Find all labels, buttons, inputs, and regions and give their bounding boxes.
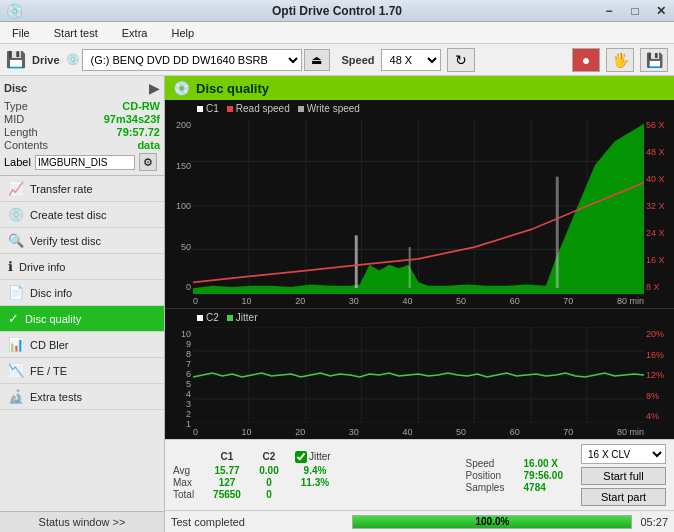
progress-text: 100.0%	[353, 516, 631, 528]
c1-y-axis-left: 200 150 100 50 0	[165, 118, 193, 294]
jitter-checkbox[interactable]	[295, 451, 307, 463]
max-c1-val: 127	[207, 477, 247, 488]
app-icon: 💿	[6, 3, 23, 19]
save-button[interactable]: 💾	[640, 48, 668, 72]
stats-bar: C1 C2 Jitter Avg 15.77 0.00 9.4% Max 127	[165, 439, 674, 510]
c2-chart: 10 9 8 7 6 5 4 3 2 1 20% 16% 12% 8%	[165, 309, 674, 439]
position-label: Position	[466, 470, 518, 481]
sidebar-item-transfer-rate[interactable]: 📈 Transfer rate	[0, 176, 164, 202]
chart-header: 💿 Disc quality	[165, 76, 674, 100]
total-row-label: Total	[173, 489, 203, 500]
disc-info-icon: 📄	[8, 285, 24, 300]
max-c2-val: 0	[251, 477, 287, 488]
c1-x-axis: 0 10 20 30 40 50 60 70 80 min	[193, 296, 644, 306]
c2-x-axis: 0 10 20 30 40 50 60 70 80 min	[193, 427, 644, 437]
sidebar-item-extra-tests[interactable]: 🔬 Extra tests	[0, 384, 164, 410]
c2-y-axis-right: 20% 16% 12% 8% 4%	[644, 327, 674, 423]
nav-label-transfer-rate: Transfer rate	[30, 183, 93, 195]
speed-dropdown[interactable]: 48 X	[381, 49, 441, 71]
maximize-button[interactable]: □	[622, 0, 648, 22]
nav-label-verify-test-disc: Verify test disc	[30, 235, 101, 247]
read-speed-dot	[227, 106, 233, 112]
drive-icon: 💾	[6, 50, 26, 69]
clv-speed-dropdown[interactable]: 16 X CLV	[581, 444, 666, 464]
c1-chart: 200 150 100 50 0 56 X 48 X 40 X 32 X 24 …	[165, 100, 674, 309]
start-part-button[interactable]: Start part	[581, 488, 666, 506]
sidebar-item-verify-test-disc[interactable]: 🔍 Verify test disc	[0, 228, 164, 254]
nav-label-fe-te: FE / TE	[30, 365, 67, 377]
progress-bar: 100.0%	[352, 515, 632, 529]
statusbar: Test completed 100.0% 05:27	[165, 510, 674, 532]
nav-label-disc-quality: Disc quality	[25, 313, 81, 325]
drive-label: Drive	[32, 54, 60, 66]
titlebar: 💿 Opti Drive Control 1.70 − □ ✕	[0, 0, 674, 22]
speed-label: Speed	[342, 54, 375, 66]
right-controls: 16 X CLV Start full Start part	[581, 444, 666, 506]
length-value: 79:57.72	[117, 126, 160, 138]
verify-test-disc-icon: 🔍	[8, 233, 24, 248]
speed-info: Speed 16.00 X Position 79:56.00 Samples …	[466, 458, 563, 493]
mid-value: 97m34s23f	[104, 113, 160, 125]
c1-y-axis-right: 56 X 48 X 40 X 32 X 24 X 16 X 8 X	[644, 118, 674, 294]
start-full-button[interactable]: Start full	[581, 467, 666, 485]
right-panel: 💿 Disc quality 200 150 100 50 0 56 X 48 …	[165, 76, 674, 532]
status-window-button[interactable]: Status window >>	[0, 511, 164, 532]
time-display: 05:27	[640, 516, 668, 528]
menu-file[interactable]: File	[4, 25, 38, 41]
sidebar-item-cd-bler[interactable]: 📊 CD Bler	[0, 332, 164, 358]
refresh-button[interactable]: ↻	[447, 48, 475, 72]
samples-label: Samples	[466, 482, 518, 493]
sidebar-nav: 📈 Transfer rate 💿 Create test disc 🔍 Ver…	[0, 176, 164, 410]
drive-select: 💿 (G:) BENQ DVD DD DW1640 BSRB ⏏	[66, 49, 330, 71]
jitter-col-header: Jitter	[309, 451, 331, 462]
disc-panel-arrow[interactable]: ▶	[149, 80, 160, 96]
sidebar: Disc ▶ Type CD-RW MID 97m34s23f Length 7…	[0, 76, 165, 532]
close-button[interactable]: ✕	[648, 0, 674, 22]
menu-help[interactable]: Help	[163, 25, 202, 41]
mid-label: MID	[4, 113, 24, 125]
label-input[interactable]	[35, 155, 135, 170]
menu-extra[interactable]: Extra	[114, 25, 156, 41]
sidebar-item-create-test-disc[interactable]: 💿 Create test disc	[0, 202, 164, 228]
samples-value: 4784	[524, 482, 546, 493]
svg-rect-14	[556, 177, 559, 288]
eject-button[interactable]: ⏏	[304, 49, 330, 71]
total-c2-val: 0	[251, 489, 287, 500]
sidebar-item-fe-te[interactable]: 📉 FE / TE	[0, 358, 164, 384]
total-c1-val: 75650	[207, 489, 247, 500]
toolbar-btn-2[interactable]: 🖐	[606, 48, 634, 72]
nav-label-drive-info: Drive info	[19, 261, 65, 273]
chart-disc-icon: 💿	[173, 80, 190, 96]
disc-panel-title: Disc	[4, 82, 27, 94]
c1-legend-read: Read speed	[227, 103, 290, 114]
nav-label-extra-tests: Extra tests	[30, 391, 82, 403]
app-title: Opti Drive Control 1.70	[272, 4, 402, 18]
toolbar-btn-1[interactable]: ●	[572, 48, 600, 72]
status-text: Test completed	[171, 516, 344, 528]
transfer-rate-icon: 📈	[8, 181, 24, 196]
drive-dropdown[interactable]: (G:) BENQ DVD DD DW1640 BSRB	[82, 49, 302, 71]
c1-svg	[193, 118, 644, 294]
extra-tests-icon: 🔬	[8, 389, 24, 404]
c1-legend-c1: C1	[197, 103, 219, 114]
label-settings-btn[interactable]: ⚙	[139, 153, 157, 171]
sidebar-item-disc-quality[interactable]: ✓ Disc quality	[0, 306, 164, 332]
c2-legend-c2: C2	[197, 312, 219, 323]
speed-info-label: Speed	[466, 458, 518, 469]
stats-table: C1 C2 Jitter Avg 15.77 0.00 9.4% Max 127	[173, 451, 335, 500]
create-test-disc-icon: 💿	[8, 207, 24, 222]
menubar: File Start test Extra Help	[0, 22, 674, 44]
c1-legend: C1 Read speed Write speed	[197, 103, 360, 114]
avg-c1-val: 15.77	[207, 465, 247, 476]
sidebar-item-disc-info[interactable]: 📄 Disc info	[0, 280, 164, 306]
sidebar-item-drive-info[interactable]: ℹ Drive info	[0, 254, 164, 280]
avg-row-label: Avg	[173, 465, 203, 476]
avg-c2-val: 0.00	[251, 465, 287, 476]
main-area: Disc ▶ Type CD-RW MID 97m34s23f Length 7…	[0, 76, 674, 532]
c1-legend-write: Write speed	[298, 103, 360, 114]
avg-jitter-val: 9.4%	[295, 465, 335, 476]
menu-start-test[interactable]: Start test	[46, 25, 106, 41]
nav-label-create-test-disc: Create test disc	[30, 209, 106, 221]
c2-dot	[197, 315, 203, 321]
minimize-button[interactable]: −	[596, 0, 622, 22]
